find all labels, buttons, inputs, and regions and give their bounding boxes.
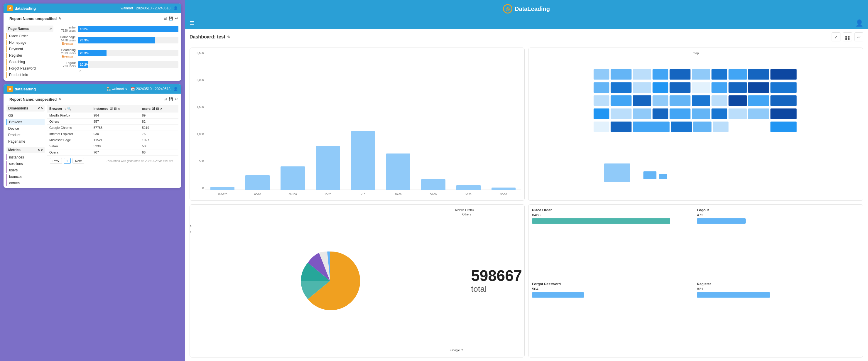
- summary-item-value: 504: [532, 287, 694, 291]
- metrics-sessions[interactable]: sessions: [6, 161, 44, 167]
- table-cell-2: 76: [140, 131, 178, 137]
- dashboard-title-row: Dashboard: test ⤢ ↩: [185, 29, 868, 44]
- next-button[interactable]: Next: [72, 158, 85, 164]
- undo-icon-top[interactable]: [175, 16, 178, 21]
- search-browser-icon[interactable]: [67, 107, 71, 111]
- sidebar-item-place-order[interactable]: Place Order: [6, 33, 53, 39]
- table-cell-2: 82: [140, 119, 178, 125]
- bar-group[interactable]: 80-100: [276, 167, 310, 190]
- sidebar-item-register[interactable]: Register: [6, 53, 53, 58]
- remove-logout-icon[interactable]: [79, 69, 82, 72]
- pie-label-safari: Safari: [190, 231, 191, 234]
- user-icon-bottom[interactable]: 👤: [174, 87, 178, 91]
- metrics-instances[interactable]: instances: [6, 154, 44, 160]
- metrics-users[interactable]: users: [6, 167, 44, 173]
- dim-item-browser[interactable]: Browser: [6, 119, 44, 125]
- col-filter-users[interactable]: [156, 107, 159, 111]
- total-label: total: [471, 284, 487, 294]
- save-icon-bottom[interactable]: [169, 96, 173, 101]
- table-row[interactable]: Google Chrome577835219: [47, 125, 178, 131]
- grid-icon-btn[interactable]: [843, 32, 852, 41]
- check-icon-bottom[interactable]: [164, 96, 167, 101]
- svg-rect-46: [770, 121, 797, 132]
- bar-group[interactable]: 20-30: [381, 153, 415, 190]
- table-cell-2: 89: [140, 112, 178, 119]
- report-title-text-bottom: Report Name: unspecified: [9, 97, 57, 101]
- th-browser[interactable]: Browser: [47, 105, 91, 112]
- svg-rect-47: [604, 163, 630, 182]
- dim-item-pagename[interactable]: Pagename: [6, 139, 44, 144]
- sidebar-item-searching[interactable]: Searching: [6, 59, 53, 65]
- edit-dashboard-icon[interactable]: [227, 34, 230, 40]
- funnel-card: d dataleading walmart 20240510 - 2024051…: [3, 3, 181, 81]
- th-instances[interactable]: instances: [91, 105, 140, 112]
- sidebar-item-forgot-password[interactable]: Forgot Password: [6, 65, 53, 71]
- filter-icon-top[interactable]: [163, 16, 167, 21]
- store-selector[interactable]: walmart: [121, 6, 133, 10]
- save-icon-top[interactable]: [169, 16, 173, 21]
- report-header-row-bottom: Report Name: unspecified: [3, 94, 181, 104]
- edit-report-top[interactable]: [58, 17, 62, 21]
- table-cell-1: 930: [91, 131, 140, 137]
- metrics-header[interactable]: Metrics < >: [6, 147, 44, 153]
- page-number[interactable]: 1: [64, 158, 71, 164]
- metrics-bounces[interactable]: bounces: [6, 174, 44, 180]
- sidebar-item-payment[interactable]: Payment: [6, 46, 53, 52]
- undo-icon-btn[interactable]: ↩: [855, 32, 863, 41]
- table-row[interactable]: Microsoft Edge115211027: [47, 137, 178, 143]
- total-number: 598667: [471, 268, 522, 283]
- sidebar-item-homepage[interactable]: Homepage: [6, 40, 53, 46]
- svg-rect-6: [712, 69, 727, 80]
- bar-group[interactable]: 50-60: [416, 179, 451, 190]
- metrics-arrows[interactable]: < >: [38, 148, 43, 152]
- store-selector-bottom[interactable]: 🏪 walmart ∨: [106, 87, 128, 91]
- bar-group[interactable]: 30-50: [486, 187, 521, 190]
- bar-group[interactable]: 100-120: [205, 187, 240, 190]
- y-axis-label: 0: [193, 187, 204, 190]
- bar-rect: [316, 146, 340, 190]
- table-row[interactable]: Others85782: [47, 119, 178, 125]
- dim-item-os[interactable]: OS: [6, 113, 44, 119]
- dim-arrows[interactable]: < >: [38, 106, 43, 110]
- dim-item-device[interactable]: Device: [6, 126, 44, 131]
- funnel-sidebar-header[interactable]: Page Names >: [6, 26, 53, 32]
- undo-icon-bottom[interactable]: [175, 96, 178, 101]
- table-cell-0: Microsoft Edge: [47, 137, 91, 143]
- svg-rect-14: [670, 82, 690, 93]
- expand-icon-btn[interactable]: ⤢: [832, 32, 840, 41]
- summary-item-name: Place Order: [532, 208, 694, 212]
- prev-button[interactable]: Prev: [50, 158, 62, 164]
- funnel-row-logout: Logout 723 users 10.2%: [55, 61, 178, 68]
- user-icon-top[interactable]: 👤: [174, 6, 178, 10]
- bar-group[interactable]: 60-80: [240, 175, 275, 190]
- table-pagination: Prev 1 Next This report was generated on…: [47, 155, 178, 166]
- expand-icon[interactable]: >: [50, 27, 52, 31]
- dimensions-header[interactable]: Dimensions < >: [6, 105, 44, 112]
- col-check-instances[interactable]: [110, 107, 113, 111]
- table-row[interactable]: Safari5239503: [47, 143, 178, 149]
- col-remove-users[interactable]: [160, 107, 162, 110]
- us-map-svg: [532, 56, 860, 187]
- table-row[interactable]: Mozilla Firefox98489: [47, 112, 178, 119]
- edit-report-bottom[interactable]: [58, 97, 62, 101]
- sidebar-item-product-info[interactable]: Product Info: [6, 72, 53, 78]
- bar-x-label: 50-60: [430, 193, 437, 196]
- col-remove-instances[interactable]: [118, 107, 120, 110]
- bar-group[interactable]: 10-20: [310, 146, 345, 190]
- col-check-users[interactable]: [152, 107, 155, 111]
- sort-browser-icon[interactable]: [63, 107, 66, 110]
- th-users[interactable]: users: [140, 105, 178, 112]
- funnel-row-entry: entry 7120 users 100%: [55, 26, 178, 32]
- dim-item-product[interactable]: Product: [6, 132, 44, 138]
- user-avatar-right[interactable]: 👤: [856, 19, 863, 27]
- logo-icon: ◎: [503, 4, 513, 13]
- metrics-entries[interactable]: entries: [6, 180, 44, 186]
- pie-chart-svg: [298, 249, 363, 313]
- col-filter-instances[interactable]: [114, 107, 117, 111]
- bar-group[interactable]: <10: [346, 131, 380, 190]
- table-row[interactable]: Internet Explorer93076: [47, 131, 178, 137]
- bar-rect: [281, 167, 305, 190]
- bar-group[interactable]: >120: [451, 185, 486, 190]
- hamburger-menu[interactable]: ☰: [190, 20, 194, 26]
- table-row[interactable]: Opera70766: [47, 149, 178, 155]
